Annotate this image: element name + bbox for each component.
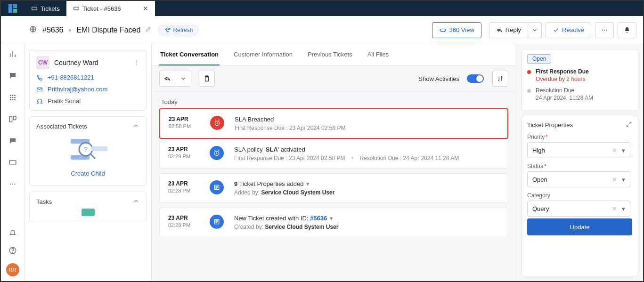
reply-caret[interactable] (528, 22, 542, 38)
svg-point-16 (10, 99, 11, 100)
chevron-down-icon: ▾ (622, 176, 625, 183)
update-button[interactable]: Update (527, 218, 632, 235)
contact-card: CW Courtney Ward +91-8826811221 Prithvir… (29, 50, 147, 111)
refresh-button[interactable]: Refresh (158, 25, 199, 35)
event-title: 9 Ticket Properties added▾ (234, 180, 499, 187)
edit-icon[interactable] (145, 26, 152, 34)
create-child-link[interactable]: Create Child (71, 170, 105, 177)
refresh-label: Refresh (173, 27, 193, 33)
event-title: SLA policy 'SLA' activated (234, 146, 499, 153)
reply-action-caret[interactable] (175, 71, 191, 87)
show-activities-toggle[interactable] (467, 74, 484, 83)
event-sla-breached: 23 APR 02:58 PM SLA Breached First Respo… (160, 109, 507, 138)
view-360-button[interactable]: 360 View (432, 22, 481, 38)
reply-action[interactable] (159, 71, 175, 87)
tab-customer-info[interactable]: Customer Information (233, 44, 293, 65)
svg-point-8 (604, 30, 605, 31)
chevron-down-icon[interactable]: ▾ (330, 215, 333, 222)
tab-ticket-detail-label: Ticket - #5636 (82, 5, 121, 12)
more-button[interactable] (595, 22, 614, 38)
highlighted-sla-breach: 23 APR 02:58 PM SLA Breached First Respo… (159, 108, 508, 139)
close-icon[interactable]: ✕ (143, 5, 148, 12)
status-select[interactable]: Open ✕▾ (527, 171, 630, 187)
svg-rect-32 (41, 102, 42, 104)
tab-previous-tickets[interactable]: Previous Tickets (307, 44, 353, 65)
svg-rect-19 (9, 116, 12, 122)
chevron-down-icon[interactable]: ▾ (306, 180, 310, 187)
tab-conversation[interactable]: Ticket Conversation (159, 44, 220, 65)
svg-rect-21 (9, 161, 16, 164)
clipboard-button[interactable] (199, 71, 215, 87)
associated-tickets-title: Associated Tickets (36, 123, 87, 130)
sla-label: First Response Due (536, 68, 589, 75)
event-date: 23 APR (169, 116, 202, 122)
sla-label: Resolution Due (536, 87, 593, 94)
reply-button[interactable]: Reply (489, 22, 528, 38)
svg-rect-0 (8, 4, 12, 13)
svg-point-17 (12, 99, 13, 100)
chat-icon[interactable] (8, 72, 17, 80)
priority-select[interactable]: High ✕▾ (527, 142, 630, 158)
clear-icon[interactable]: ✕ (612, 176, 617, 183)
user-avatar[interactable]: RR (6, 263, 19, 276)
svg-rect-38 (91, 146, 107, 151)
notifications-button[interactable] (618, 22, 636, 38)
help-icon[interactable] (8, 246, 17, 255)
analytics-icon[interactable] (8, 50, 17, 58)
sort-icon (497, 75, 504, 82)
ticket-icon (73, 5, 80, 12)
collapse-icon[interactable] (133, 198, 139, 206)
tab-tickets-label: Tickets (41, 5, 60, 12)
resolve-button[interactable]: Resolve (546, 22, 591, 38)
svg-point-29 (136, 64, 137, 65)
status-dot-icon (527, 70, 531, 74)
clear-icon[interactable]: ✕ (612, 205, 617, 212)
collapse-icon[interactable] (133, 122, 139, 130)
right-panel: Open First Response Due Overdue by 2 hou… (516, 44, 643, 281)
app-header: Tickets Ticket - #5636 ✕ (1, 1, 643, 16)
globe-icon[interactable] (29, 25, 37, 34)
svg-point-12 (14, 95, 16, 96)
ticket-rail-icon[interactable] (8, 158, 17, 167)
contact-agent: Pratik Sonal (36, 97, 139, 105)
ticket-link[interactable]: #5636 (310, 215, 327, 222)
tab-tickets[interactable]: Tickets (24, 1, 66, 16)
props-title: Ticket Properties (527, 121, 573, 129)
bell-rail-icon[interactable] (8, 229, 17, 238)
sort-button[interactable] (492, 71, 508, 87)
event-date: 23 APR (168, 180, 201, 187)
contact-phone[interactable]: +91-8826811221 (36, 74, 139, 81)
headset-icon (36, 98, 43, 105)
refresh-icon (164, 27, 171, 33)
svg-line-37 (90, 154, 95, 159)
view-360-label: 360 View (449, 26, 474, 33)
tab-all-files[interactable]: All Files (367, 44, 390, 65)
contact-name: Courtney Ward (54, 59, 98, 66)
logo-icon (8, 3, 18, 14)
category-select[interactable]: Query ✕▾ (527, 201, 630, 217)
today-label: Today (161, 98, 508, 105)
app-logo[interactable] (1, 1, 24, 16)
message-icon[interactable] (8, 137, 17, 145)
contact-email[interactable]: Prithviraj@yahoo.com (36, 86, 139, 93)
kebab-icon[interactable] (133, 59, 139, 66)
tasks-card: Tasks (29, 192, 147, 222)
svg-text:?: ? (84, 145, 88, 153)
view360-icon (439, 26, 447, 34)
contact-phone-value: +91-8826811221 (48, 74, 94, 81)
more-rail-icon[interactable] (8, 180, 17, 188)
apps-icon[interactable] (8, 93, 17, 102)
svg-rect-4 (73, 7, 79, 10)
kanban-icon[interactable] (8, 115, 17, 123)
event-time: 02:58 PM (169, 123, 202, 129)
tab-ticket-detail[interactable]: Ticket - #5636 ✕ (66, 1, 155, 16)
contact-agent-value: Pratik Sonal (48, 97, 81, 105)
svg-rect-2 (13, 9, 17, 13)
clear-icon[interactable]: ✕ (612, 147, 617, 154)
clipboard-icon (203, 75, 211, 82)
expand-icon[interactable] (626, 121, 632, 129)
phone-icon (36, 74, 43, 81)
tasks-title: Tasks (36, 198, 52, 205)
ticket-title: EMI Dispute Faced (76, 26, 140, 34)
list-icon (210, 215, 224, 229)
